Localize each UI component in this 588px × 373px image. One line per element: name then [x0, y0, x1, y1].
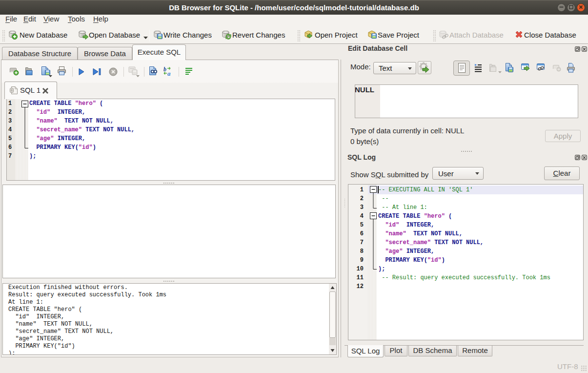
svg-text:b: b: [163, 66, 166, 73]
svg-text:a: a: [167, 70, 171, 77]
